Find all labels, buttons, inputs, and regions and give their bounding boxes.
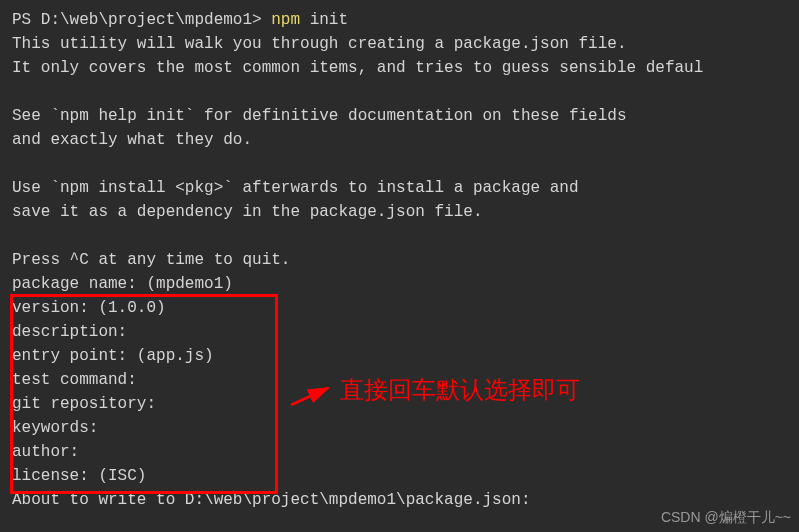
prompt-license[interactable]: license: (ISC) — [12, 464, 787, 488]
output-line: Press ^C at any time to quit. — [12, 248, 787, 272]
output-line: save it as a dependency in the package.j… — [12, 200, 787, 224]
prompt-line: PS D:\web\project\mpdemo1> npm init — [12, 8, 787, 32]
prompt-author[interactable]: author: — [12, 440, 787, 464]
output-line: and exactly what they do. — [12, 128, 787, 152]
output-line — [12, 152, 787, 176]
watermark-text: CSDN @煸橙干儿~~ — [661, 507, 791, 528]
output-line: It only covers the most common items, an… — [12, 56, 787, 80]
output-line: Use `npm install <pkg>` afterwards to in… — [12, 176, 787, 200]
prompt-entry-point[interactable]: entry point: (app.js) — [12, 344, 787, 368]
output-line: This utility will walk you through creat… — [12, 32, 787, 56]
prompt-path: PS D:\web\project\mpdemo1> — [12, 11, 271, 29]
prompt-keywords[interactable]: keywords: — [12, 416, 787, 440]
prompt-version[interactable]: version: (1.0.0) — [12, 296, 787, 320]
command-init: init — [300, 11, 348, 29]
prompt-description[interactable]: description: — [12, 320, 787, 344]
command-npm: npm — [271, 11, 300, 29]
output-line: See `npm help init` for definitive docum… — [12, 104, 787, 128]
output-line — [12, 224, 787, 248]
annotation-text: 直接回车默认选择即可 — [340, 372, 580, 408]
prompt-package-name[interactable]: package name: (mpdemo1) — [12, 272, 787, 296]
output-line — [12, 80, 787, 104]
